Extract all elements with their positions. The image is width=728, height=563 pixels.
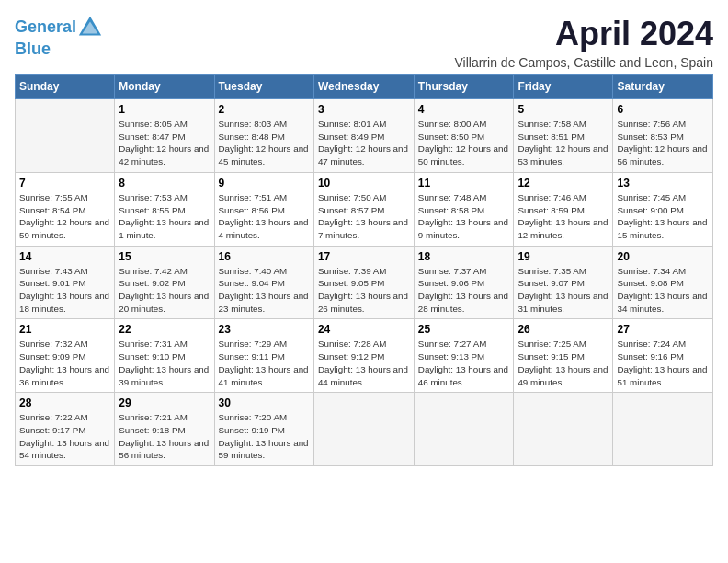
calendar-cell: 2 Sunrise: 8:03 AMSunset: 8:48 PMDayligh…: [214, 99, 313, 173]
day-number: 21: [19, 323, 110, 336]
calendar-cell: 6 Sunrise: 7:56 AMSunset: 8:53 PMDayligh…: [613, 99, 713, 173]
calendar-cell: [613, 393, 713, 466]
weekday-header-saturday: Saturday: [613, 75, 713, 99]
day-number: 4: [418, 103, 510, 116]
weekday-header-thursday: Thursday: [414, 75, 514, 99]
calendar-cell: 4 Sunrise: 8:00 AMSunset: 8:50 PMDayligh…: [414, 99, 514, 173]
day-number: 29: [119, 396, 210, 409]
day-info: Sunrise: 7:34 AMSunset: 9:08 PMDaylight:…: [617, 265, 709, 316]
logo-text: General: [15, 15, 104, 40]
day-number: 26: [518, 323, 609, 336]
day-number: 23: [219, 323, 310, 336]
day-number: 20: [617, 250, 709, 263]
calendar-cell: 5 Sunrise: 7:58 AMSunset: 8:51 PMDayligh…: [514, 99, 613, 173]
calendar-cell: [414, 393, 514, 466]
day-number: 8: [119, 177, 210, 190]
day-number: 10: [318, 177, 410, 190]
day-number: 16: [219, 250, 310, 263]
week-row-1: 1 Sunrise: 8:05 AMSunset: 8:47 PMDayligh…: [16, 99, 713, 173]
week-row-5: 28 Sunrise: 7:22 AMSunset: 9:17 PMDaylig…: [16, 393, 713, 466]
day-info: Sunrise: 7:29 AMSunset: 9:11 PMDaylight:…: [219, 338, 310, 388]
calendar-cell: 16 Sunrise: 7:40 AMSunset: 9:04 PMDaylig…: [214, 246, 313, 319]
week-row-2: 7 Sunrise: 7:55 AMSunset: 8:54 PMDayligh…: [16, 172, 713, 246]
calendar-cell: 18 Sunrise: 7:37 AMSunset: 9:06 PMDaylig…: [414, 246, 514, 319]
logo: General Blue: [15, 15, 104, 59]
day-info: Sunrise: 7:50 AMSunset: 8:57 PMDaylight:…: [318, 191, 410, 242]
calendar-cell: 8 Sunrise: 7:53 AMSunset: 8:55 PMDayligh…: [115, 172, 214, 246]
day-info: Sunrise: 7:35 AMSunset: 9:07 PMDaylight:…: [518, 265, 609, 316]
day-number: 18: [418, 250, 510, 263]
calendar-cell: 1 Sunrise: 8:05 AMSunset: 8:47 PMDayligh…: [115, 99, 214, 173]
calendar-cell: 20 Sunrise: 7:34 AMSunset: 9:08 PMDaylig…: [613, 246, 713, 319]
calendar-cell: 17 Sunrise: 7:39 AMSunset: 9:05 PMDaylig…: [313, 246, 414, 319]
location-subtitle: Villarrin de Campos, Castille and Leon, …: [455, 55, 713, 70]
calendar-cell: 10 Sunrise: 7:50 AMSunset: 8:57 PMDaylig…: [313, 172, 414, 246]
calendar-cell: 25 Sunrise: 7:27 AMSunset: 9:13 PMDaylig…: [414, 319, 514, 393]
weekday-header-monday: Monday: [115, 75, 214, 99]
calendar-cell: 7 Sunrise: 7:55 AMSunset: 8:54 PMDayligh…: [16, 172, 115, 246]
calendar-cell: 15 Sunrise: 7:42 AMSunset: 9:02 PMDaylig…: [115, 246, 214, 319]
calendar-cell: 3 Sunrise: 8:01 AMSunset: 8:49 PMDayligh…: [313, 99, 414, 173]
calendar-cell: 14 Sunrise: 7:43 AMSunset: 9:01 PMDaylig…: [16, 246, 115, 319]
day-number: 17: [318, 250, 410, 263]
day-info: Sunrise: 7:28 AMSunset: 9:12 PMDaylight:…: [318, 338, 410, 388]
day-number: 14: [19, 250, 110, 263]
calendar-cell: 12 Sunrise: 7:46 AMSunset: 8:59 PMDaylig…: [514, 172, 613, 246]
day-info: Sunrise: 8:01 AMSunset: 8:49 PMDaylight:…: [318, 118, 410, 168]
day-number: 28: [19, 396, 110, 409]
weekday-header-sunday: Sunday: [16, 75, 115, 99]
month-title: April 2024: [455, 15, 713, 53]
calendar-cell: 27 Sunrise: 7:24 AMSunset: 9:16 PMDaylig…: [613, 319, 713, 393]
day-info: Sunrise: 7:43 AMSunset: 9:01 PMDaylight:…: [19, 265, 110, 316]
page-header: General Blue April 2024 Villarrin de Cam…: [15, 15, 713, 70]
calendar-cell: 13 Sunrise: 7:45 AMSunset: 9:00 PMDaylig…: [613, 172, 713, 246]
day-number: 22: [119, 323, 210, 336]
calendar-cell: 24 Sunrise: 7:28 AMSunset: 9:12 PMDaylig…: [313, 319, 414, 393]
logo-text-blue: Blue: [15, 40, 104, 59]
day-info: Sunrise: 7:31 AMSunset: 9:10 PMDaylight:…: [119, 338, 210, 388]
day-info: Sunrise: 8:05 AMSunset: 8:47 PMDaylight:…: [119, 118, 210, 168]
calendar-cell: 19 Sunrise: 7:35 AMSunset: 9:07 PMDaylig…: [514, 246, 613, 319]
calendar-cell: 21 Sunrise: 7:32 AMSunset: 9:09 PMDaylig…: [16, 319, 115, 393]
day-info: Sunrise: 7:25 AMSunset: 9:15 PMDaylight:…: [518, 338, 609, 388]
day-info: Sunrise: 7:45 AMSunset: 9:00 PMDaylight:…: [617, 191, 709, 242]
day-info: Sunrise: 7:37 AMSunset: 9:06 PMDaylight:…: [418, 265, 510, 316]
day-info: Sunrise: 8:00 AMSunset: 8:50 PMDaylight:…: [418, 118, 510, 168]
day-info: Sunrise: 8:03 AMSunset: 8:48 PMDaylight:…: [219, 118, 310, 168]
calendar-cell: 29 Sunrise: 7:21 AMSunset: 9:18 PMDaylig…: [115, 393, 214, 466]
day-number: 9: [219, 177, 310, 190]
weekday-header-tuesday: Tuesday: [214, 75, 313, 99]
day-info: Sunrise: 7:42 AMSunset: 9:02 PMDaylight:…: [119, 265, 210, 316]
weekday-header-friday: Friday: [514, 75, 613, 99]
weekday-header-wednesday: Wednesday: [313, 75, 414, 99]
day-number: 30: [219, 396, 310, 409]
day-info: Sunrise: 7:32 AMSunset: 9:09 PMDaylight:…: [19, 338, 110, 388]
calendar-cell: 22 Sunrise: 7:31 AMSunset: 9:10 PMDaylig…: [115, 319, 214, 393]
day-info: Sunrise: 7:21 AMSunset: 9:18 PMDaylight:…: [119, 411, 210, 462]
day-number: 3: [318, 103, 410, 116]
day-info: Sunrise: 7:24 AMSunset: 9:16 PMDaylight:…: [617, 338, 709, 388]
day-info: Sunrise: 7:40 AMSunset: 9:04 PMDaylight:…: [219, 265, 310, 316]
calendar-cell: [16, 99, 115, 173]
day-info: Sunrise: 7:51 AMSunset: 8:56 PMDaylight:…: [219, 191, 310, 242]
day-number: 12: [518, 177, 609, 190]
calendar-cell: 28 Sunrise: 7:22 AMSunset: 9:17 PMDaylig…: [16, 393, 115, 466]
day-info: Sunrise: 7:58 AMSunset: 8:51 PMDaylight:…: [518, 118, 609, 168]
title-section: April 2024 Villarrin de Campos, Castille…: [455, 15, 713, 70]
week-row-3: 14 Sunrise: 7:43 AMSunset: 9:01 PMDaylig…: [16, 246, 713, 319]
day-number: 7: [19, 177, 110, 190]
calendar-cell: 9 Sunrise: 7:51 AMSunset: 8:56 PMDayligh…: [214, 172, 313, 246]
day-info: Sunrise: 7:39 AMSunset: 9:05 PMDaylight:…: [318, 265, 410, 316]
day-number: 11: [418, 177, 510, 190]
day-info: Sunrise: 7:56 AMSunset: 8:53 PMDaylight:…: [617, 118, 709, 168]
header-row: SundayMondayTuesdayWednesdayThursdayFrid…: [16, 75, 713, 99]
day-info: Sunrise: 7:53 AMSunset: 8:55 PMDaylight:…: [119, 191, 210, 242]
calendar-cell: [514, 393, 613, 466]
day-info: Sunrise: 7:55 AMSunset: 8:54 PMDaylight:…: [19, 191, 110, 242]
calendar-cell: 11 Sunrise: 7:48 AMSunset: 8:58 PMDaylig…: [414, 172, 514, 246]
day-info: Sunrise: 7:27 AMSunset: 9:13 PMDaylight:…: [418, 338, 510, 388]
day-number: 2: [219, 103, 310, 116]
day-number: 5: [518, 103, 609, 116]
calendar-cell: 26 Sunrise: 7:25 AMSunset: 9:15 PMDaylig…: [514, 319, 613, 393]
day-info: Sunrise: 7:46 AMSunset: 8:59 PMDaylight:…: [518, 191, 609, 242]
